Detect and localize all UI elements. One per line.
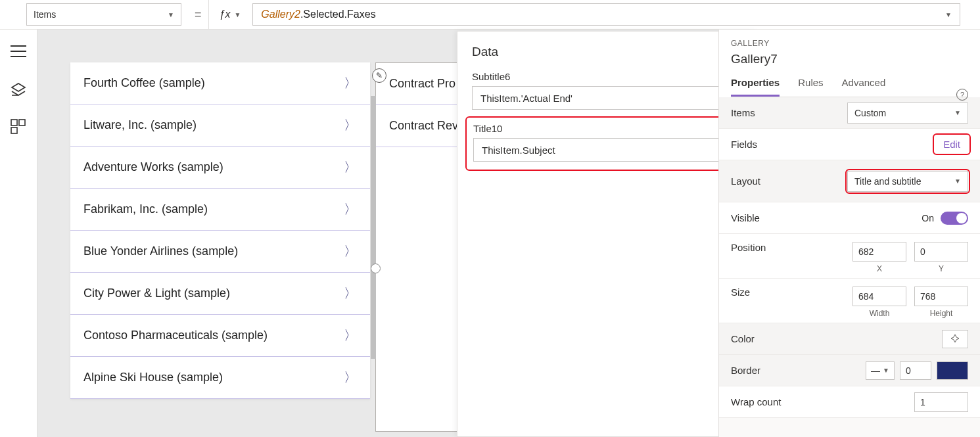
- hamburger-icon[interactable]: [11, 45, 26, 57]
- list-item[interactable]: City Power & Light (sample)〉: [70, 273, 370, 315]
- size-width-input[interactable]: 684: [852, 287, 906, 306]
- formula-bar: Items ▼ = ƒx▼ Gallery2.Selected.Faxes ▼: [0, 0, 980, 30]
- list-item[interactable]: Alpine Ski House (sample)〉: [70, 357, 370, 399]
- chevron-down-icon: ▼: [954, 177, 961, 185]
- chevron-right-icon: 〉: [344, 74, 357, 92]
- formula-token-object: Gallery2: [261, 9, 300, 20]
- help-icon[interactable]: ?: [956, 89, 968, 101]
- border-style-select[interactable]: — ▼: [866, 361, 895, 380]
- formula-token-member: .Selected.Faxes: [300, 9, 376, 20]
- prop-wrap-count: Wrap count 1: [719, 386, 980, 418]
- prop-visible: Visible On: [719, 202, 980, 234]
- chevron-right-icon: 〉: [344, 200, 357, 218]
- list-item[interactable]: Contoso Pharmaceuticals (sample)〉: [70, 315, 370, 357]
- subtitle-field-label: Subtitle6: [472, 71, 741, 82]
- equals-sign: =: [195, 8, 202, 22]
- list-item[interactable]: Litware, Inc. (sample)〉: [70, 104, 370, 147]
- prop-items: Items Custom ▼: [719, 97, 980, 129]
- chevron-down-icon: ▼: [168, 11, 174, 18]
- data-pane-title: Data: [472, 45, 498, 59]
- property-dropdown[interactable]: Items ▼: [26, 3, 181, 26]
- data-pane: Data ✕ Subtitle6 ThisItem.'Actual End' ▼…: [457, 31, 757, 437]
- prop-layout: Layout Title and subtitle ▼: [719, 160, 980, 202]
- prop-fields: Fields Edit: [719, 129, 980, 160]
- control-type-label: GALLERY: [731, 39, 968, 48]
- chevron-right-icon: 〉: [344, 327, 357, 344]
- visible-toggle[interactable]: [941, 212, 968, 225]
- title-field-select[interactable]: ThisItem.Subject ▼: [473, 138, 740, 162]
- list-item[interactable]: Fourth Coffee (sample)〉: [70, 62, 370, 104]
- chevron-right-icon: 〉: [344, 369, 357, 386]
- components-icon[interactable]: [11, 119, 26, 131]
- list-item[interactable]: Adventure Works (sample)〉: [70, 147, 370, 189]
- list-item[interactable]: Fabrikam, Inc. (sample)〉: [70, 189, 370, 231]
- color-picker[interactable]: [942, 330, 968, 348]
- gallery-accounts[interactable]: Fourth Coffee (sample)〉 Litware, Inc. (s…: [70, 62, 370, 399]
- svg-rect-2: [11, 127, 17, 133]
- prop-position: Position 682 0 XY: [719, 234, 980, 279]
- chevron-right-icon: 〉: [344, 158, 357, 176]
- pencil-icon[interactable]: ✎: [372, 68, 386, 83]
- title-field-label: Title10: [473, 123, 740, 134]
- chevron-right-icon: 〉: [344, 116, 357, 134]
- prop-size: Size 684 768 WidthHeight: [719, 279, 980, 323]
- list-item[interactable]: Blue Yonder Airlines (sample)〉: [70, 231, 370, 273]
- prop-color: Color: [719, 323, 980, 355]
- highlighted-field: Title10 ThisItem.Subject ▼: [465, 116, 748, 171]
- formula-input[interactable]: Gallery2.Selected.Faxes ▼: [252, 3, 960, 26]
- chevron-right-icon: 〉: [344, 285, 357, 302]
- properties-pane: GALLERY Gallery7 ? Properties Rules Adva…: [718, 30, 980, 437]
- layout-select[interactable]: Title and subtitle ▼: [847, 171, 968, 192]
- control-name: Gallery7: [731, 52, 968, 66]
- chevron-down-icon: ▼: [883, 367, 889, 374]
- position-y-input[interactable]: 0: [914, 242, 968, 262]
- property-dropdown-value: Items: [34, 9, 56, 20]
- chevron-down-icon: ▼: [234, 11, 241, 18]
- svg-rect-0: [11, 120, 17, 126]
- chevron-down-icon: ▼: [954, 109, 961, 116]
- chevron-down-icon: ▼: [945, 11, 952, 18]
- items-select[interactable]: Custom ▼: [847, 103, 968, 124]
- left-nav: [0, 30, 37, 437]
- tab-advanced[interactable]: Advanced: [842, 77, 886, 97]
- tab-rules[interactable]: Rules: [798, 77, 823, 97]
- position-x-input[interactable]: 682: [852, 242, 906, 262]
- subtitle-field-select[interactable]: ThisItem.'Actual End' ▼: [472, 86, 741, 110]
- selection-handle[interactable]: [371, 264, 381, 273]
- size-height-input[interactable]: 768: [914, 287, 968, 306]
- scrollbar[interactable]: [371, 96, 376, 359]
- svg-rect-1: [19, 120, 25, 126]
- border-width-input[interactable]: 0: [900, 361, 931, 380]
- prop-border: Border — ▼ 0: [719, 355, 980, 386]
- canvas: Fourth Coffee (sample)〉 Litware, Inc. (s…: [37, 30, 718, 437]
- tab-properties[interactable]: Properties: [731, 77, 780, 97]
- wrap-count-input[interactable]: 1: [914, 392, 968, 412]
- chevron-right-icon: 〉: [344, 242, 357, 260]
- layers-icon[interactable]: [11, 82, 26, 94]
- border-color-swatch[interactable]: [937, 361, 968, 380]
- fields-edit-link[interactable]: Edit: [935, 136, 968, 152]
- fx-label[interactable]: ƒx▼: [208, 0, 253, 29]
